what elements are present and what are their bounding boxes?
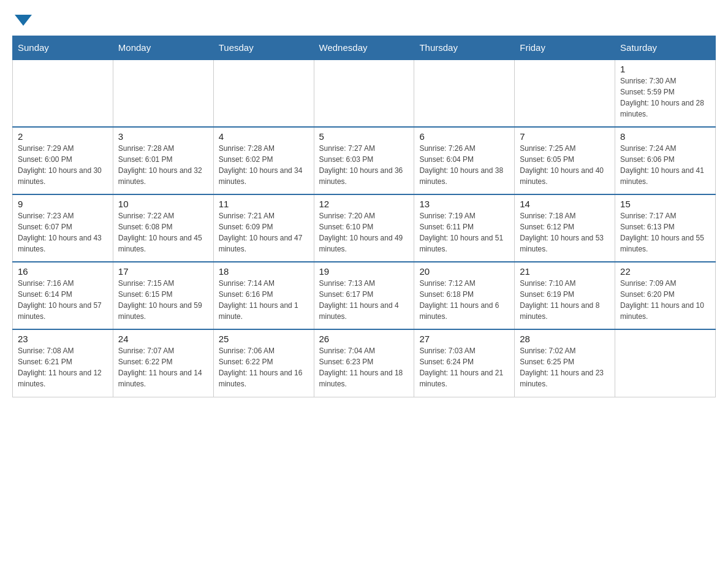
calendar-cell [515,59,615,127]
column-header-monday: Monday [113,36,213,60]
day-number: 18 [219,266,309,277]
calendar-week-row: 16Sunrise: 7:16 AMSunset: 6:14 PMDayligh… [13,262,716,329]
day-number: 28 [520,334,610,344]
logo [12,12,32,26]
day-number: 14 [520,199,610,209]
calendar-cell: 26Sunrise: 7:04 AMSunset: 6:23 PMDayligh… [314,329,414,397]
calendar-cell: 22Sunrise: 7:09 AMSunset: 6:20 PMDayligh… [615,262,716,329]
day-number: 24 [118,334,208,344]
column-header-tuesday: Tuesday [213,36,314,60]
calendar-cell: 6Sunrise: 7:26 AMSunset: 6:04 PMDaylight… [414,127,515,194]
calendar-cell: 18Sunrise: 7:14 AMSunset: 6:16 PMDayligh… [213,262,314,329]
calendar-cell [314,59,414,127]
day-number: 21 [520,266,610,277]
day-info: Sunrise: 7:20 AMSunset: 6:10 PMDaylight:… [319,210,409,255]
column-header-thursday: Thursday [414,36,515,60]
day-info: Sunrise: 7:02 AMSunset: 6:25 PMDaylight:… [520,345,610,389]
day-info: Sunrise: 7:10 AMSunset: 6:19 PMDaylight:… [520,278,610,322]
day-info: Sunrise: 7:21 AMSunset: 6:09 PMDaylight:… [219,210,309,255]
day-info: Sunrise: 7:09 AMSunset: 6:20 PMDaylight:… [620,278,710,322]
day-number: 26 [319,334,409,344]
calendar-cell: 1Sunrise: 7:30 AMSunset: 5:59 PMDaylight… [615,59,716,127]
calendar-cell: 21Sunrise: 7:10 AMSunset: 6:19 PMDayligh… [515,262,615,329]
day-info: Sunrise: 7:12 AMSunset: 6:18 PMDaylight:… [419,278,509,322]
day-number: 1 [620,64,710,74]
day-info: Sunrise: 7:07 AMSunset: 6:22 PMDaylight:… [118,345,208,389]
calendar-header-row: SundayMondayTuesdayWednesdayThursdayFrid… [13,36,716,60]
calendar-cell: 16Sunrise: 7:16 AMSunset: 6:14 PMDayligh… [13,262,113,329]
day-number: 10 [118,199,208,209]
calendar-week-row: 9Sunrise: 7:23 AMSunset: 6:07 PMDaylight… [13,194,716,262]
day-number: 16 [18,266,108,277]
day-info: Sunrise: 7:28 AMSunset: 6:01 PMDaylight:… [118,143,208,187]
day-number: 8 [620,131,710,142]
day-number: 19 [319,266,409,277]
day-info: Sunrise: 7:27 AMSunset: 6:03 PMDaylight:… [319,143,409,187]
calendar-cell: 19Sunrise: 7:13 AMSunset: 6:17 PMDayligh… [314,262,414,329]
day-number: 27 [419,334,509,344]
day-info: Sunrise: 7:22 AMSunset: 6:08 PMDaylight:… [118,210,208,255]
day-info: Sunrise: 7:03 AMSunset: 6:24 PMDaylight:… [419,345,509,389]
day-info: Sunrise: 7:15 AMSunset: 6:15 PMDaylight:… [118,278,208,322]
calendar-cell: 10Sunrise: 7:22 AMSunset: 6:08 PMDayligh… [113,194,213,262]
calendar-week-row: 1Sunrise: 7:30 AMSunset: 5:59 PMDaylight… [13,59,716,127]
calendar-cell [414,59,515,127]
calendar-cell: 2Sunrise: 7:29 AMSunset: 6:00 PMDaylight… [13,127,113,194]
day-number: 23 [18,334,108,344]
day-number: 25 [219,334,309,344]
calendar-table: SundayMondayTuesdayWednesdayThursdayFrid… [12,36,716,397]
day-number: 12 [319,199,409,209]
column-header-sunday: Sunday [13,36,113,60]
day-info: Sunrise: 7:08 AMSunset: 6:21 PMDaylight:… [18,345,108,389]
day-number: 7 [520,131,610,142]
calendar-week-row: 2Sunrise: 7:29 AMSunset: 6:00 PMDaylight… [13,127,716,194]
day-info: Sunrise: 7:13 AMSunset: 6:17 PMDaylight:… [319,278,409,322]
logo-arrow-icon [15,15,32,26]
day-info: Sunrise: 7:24 AMSunset: 6:06 PMDaylight:… [620,143,710,187]
day-info: Sunrise: 7:18 AMSunset: 6:12 PMDaylight:… [520,210,610,255]
day-number: 20 [419,266,509,277]
day-info: Sunrise: 7:19 AMSunset: 6:11 PMDaylight:… [419,210,509,255]
column-header-wednesday: Wednesday [314,36,414,60]
page-header [12,12,716,26]
calendar-cell: 11Sunrise: 7:21 AMSunset: 6:09 PMDayligh… [213,194,314,262]
column-header-friday: Friday [515,36,615,60]
calendar-cell: 12Sunrise: 7:20 AMSunset: 6:10 PMDayligh… [314,194,414,262]
calendar-cell: 27Sunrise: 7:03 AMSunset: 6:24 PMDayligh… [414,329,515,397]
calendar-cell: 4Sunrise: 7:28 AMSunset: 6:02 PMDaylight… [213,127,314,194]
calendar-cell: 3Sunrise: 7:28 AMSunset: 6:01 PMDaylight… [113,127,213,194]
day-number: 3 [118,131,208,142]
day-number: 4 [219,131,309,142]
day-number: 13 [419,199,509,209]
day-info: Sunrise: 7:25 AMSunset: 6:05 PMDaylight:… [520,143,610,187]
column-header-saturday: Saturday [615,36,716,60]
calendar-cell: 15Sunrise: 7:17 AMSunset: 6:13 PMDayligh… [615,194,716,262]
calendar-cell: 25Sunrise: 7:06 AMSunset: 6:22 PMDayligh… [213,329,314,397]
day-info: Sunrise: 7:04 AMSunset: 6:23 PMDaylight:… [319,345,409,389]
calendar-cell [13,59,113,127]
day-number: 15 [620,199,710,209]
day-info: Sunrise: 7:17 AMSunset: 6:13 PMDaylight:… [620,210,710,255]
calendar-cell: 7Sunrise: 7:25 AMSunset: 6:05 PMDaylight… [515,127,615,194]
calendar-cell: 17Sunrise: 7:15 AMSunset: 6:15 PMDayligh… [113,262,213,329]
day-number: 5 [319,131,409,142]
calendar-cell [615,329,716,397]
calendar-cell: 28Sunrise: 7:02 AMSunset: 6:25 PMDayligh… [515,329,615,397]
day-number: 17 [118,266,208,277]
calendar-cell: 24Sunrise: 7:07 AMSunset: 6:22 PMDayligh… [113,329,213,397]
calendar-cell: 23Sunrise: 7:08 AMSunset: 6:21 PMDayligh… [13,329,113,397]
day-number: 2 [18,131,108,142]
calendar-cell: 8Sunrise: 7:24 AMSunset: 6:06 PMDaylight… [615,127,716,194]
calendar-cell: 14Sunrise: 7:18 AMSunset: 6:12 PMDayligh… [515,194,615,262]
day-number: 11 [219,199,309,209]
day-info: Sunrise: 7:06 AMSunset: 6:22 PMDaylight:… [219,345,309,389]
calendar-cell [113,59,213,127]
day-info: Sunrise: 7:29 AMSunset: 6:00 PMDaylight:… [18,143,108,187]
calendar-cell: 20Sunrise: 7:12 AMSunset: 6:18 PMDayligh… [414,262,515,329]
day-info: Sunrise: 7:23 AMSunset: 6:07 PMDaylight:… [18,210,108,255]
day-number: 6 [419,131,509,142]
day-number: 9 [18,199,108,209]
day-info: Sunrise: 7:30 AMSunset: 5:59 PMDaylight:… [620,75,710,120]
day-info: Sunrise: 7:28 AMSunset: 6:02 PMDaylight:… [219,143,309,187]
calendar-week-row: 23Sunrise: 7:08 AMSunset: 6:21 PMDayligh… [13,329,716,397]
